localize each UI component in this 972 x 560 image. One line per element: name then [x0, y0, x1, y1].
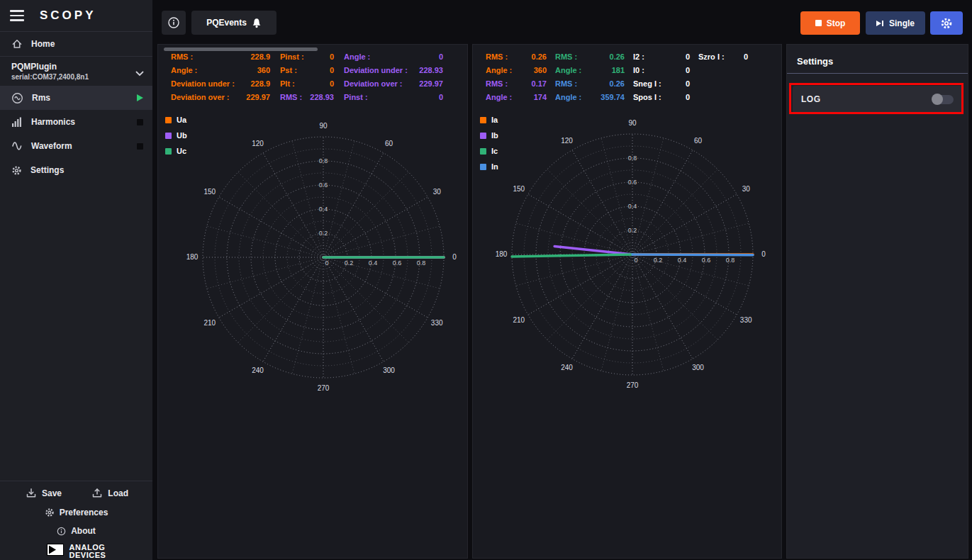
current-polar-plot-area: 030609012015018021024027030033000.20.20.…: [473, 116, 781, 437]
svg-text:0.4: 0.4: [628, 203, 637, 210]
stat-angle: Angle :0: [344, 50, 443, 64]
single-icon: [876, 20, 884, 27]
svg-text:0.8: 0.8: [417, 259, 426, 267]
sidebar-item-home[interactable]: Home: [0, 32, 152, 56]
plugin-name: PQMPlugin: [11, 62, 141, 72]
info-button[interactable]: [162, 11, 186, 35]
stat-rms: RMS :0.26: [486, 50, 547, 64]
preferences-button[interactable]: Preferences: [45, 508, 108, 517]
stop-icon: [815, 20, 822, 26]
svg-text:0.4: 0.4: [369, 259, 378, 267]
app-logo: SCOPY: [40, 9, 96, 23]
legend-label: Ua: [177, 116, 186, 124]
voltage-legend: UaUbUc: [165, 116, 187, 155]
stat-deviation-over: Deviation over :229.97: [171, 91, 270, 104]
menu-icon[interactable]: [10, 10, 24, 21]
stat-angle: Angle :174: [486, 91, 547, 104]
stat-angle: Angle :359.74: [555, 91, 625, 104]
gear-icon: [45, 508, 55, 517]
svg-text:60: 60: [694, 137, 703, 145]
stop-button[interactable]: Stop: [800, 11, 860, 35]
legend-label: In: [491, 162, 498, 171]
load-icon: [91, 488, 103, 499]
stat-plt: Plt :0: [280, 77, 334, 91]
harmonics-icon: [11, 116, 23, 128]
waveform-run-indicator[interactable]: [137, 143, 143, 150]
stat-szro-i: Szro I :0: [698, 50, 748, 64]
gear-icon: [940, 17, 953, 30]
current-phasor-panel: RMS :0.26Angle :360RMS :0.17Angle :174RM…: [472, 44, 782, 559]
single-button[interactable]: Single: [866, 11, 925, 35]
stop-label: Stop: [827, 18, 846, 28]
stats-column: Angle :0Deviation under :228.93Deviation…: [344, 50, 443, 104]
svg-text:330: 330: [431, 319, 443, 327]
legend-item-in[interactable]: In: [480, 162, 498, 171]
sidebar-item-rms[interactable]: Rms: [0, 86, 152, 110]
svg-text:270: 270: [318, 384, 330, 392]
save-label: Save: [42, 488, 62, 498]
svg-text:0.2: 0.2: [319, 230, 328, 237]
legend-item-ic[interactable]: Ic: [480, 147, 498, 155]
legend-swatch: [480, 117, 486, 123]
current-stats: RMS :0.26Angle :360RMS :0.17Angle :174RM…: [486, 50, 748, 104]
log-toggle[interactable]: [932, 95, 954, 104]
svg-text:0.4: 0.4: [678, 257, 687, 264]
svg-text:90: 90: [628, 119, 637, 127]
sidebar-item-harmonics[interactable]: Harmonics: [0, 110, 152, 134]
stats-column: RMS :228.9Angle :360Deviation under :228…: [171, 50, 270, 104]
svg-text:60: 60: [385, 140, 393, 147]
load-button[interactable]: Load: [91, 488, 128, 499]
legend-swatch: [480, 148, 486, 155]
sidebar-plugin-header[interactable]: PQMPlugin serial:COM37,2400,8n1: [0, 57, 152, 86]
legend-label: Ic: [491, 147, 498, 155]
legend-item-ub[interactable]: Ub: [165, 131, 187, 140]
save-button[interactable]: Save: [26, 488, 62, 499]
svg-text:240: 240: [561, 364, 573, 371]
harmonics-run-indicator[interactable]: [137, 119, 143, 125]
svg-text:0: 0: [761, 250, 766, 258]
bell-icon: [252, 18, 262, 28]
legend-item-ua[interactable]: Ua: [165, 116, 187, 124]
stat-pst: Pst :0: [280, 64, 334, 77]
svg-text:150: 150: [513, 185, 525, 193]
svg-text:300: 300: [692, 364, 704, 371]
svg-text:0: 0: [452, 253, 457, 261]
svg-text:240: 240: [252, 366, 264, 374]
settings-label: Settings: [30, 165, 64, 175]
svg-text:0.2: 0.2: [345, 259, 354, 267]
svg-text:30: 30: [742, 185, 751, 193]
about-button[interactable]: About: [57, 526, 96, 536]
svg-text:180: 180: [496, 250, 508, 258]
rms-run-indicator[interactable]: [137, 94, 143, 101]
settings-gear-button[interactable]: [930, 11, 963, 35]
legend-label: Ub: [177, 131, 187, 140]
svg-text:0: 0: [634, 257, 637, 264]
svg-text:330: 330: [740, 316, 752, 324]
chevron-down-icon[interactable]: [135, 67, 144, 79]
legend-item-uc[interactable]: Uc: [165, 147, 187, 155]
info-icon: [57, 527, 66, 536]
sidebar-footer: Save Load Preferences About: [0, 481, 152, 559]
analog-devices-logo: ANALOG DEVICES: [0, 544, 152, 559]
voltage-phasors-plot[interactable]: 030609012015018021024027030033000.20.20.…: [158, 116, 467, 435]
stat-sneg-i: Sneg I :0: [633, 77, 690, 91]
save-icon: [26, 488, 37, 499]
legend-item-ib[interactable]: Ib: [480, 131, 498, 140]
stat-spos-i: Spos I :0: [633, 91, 690, 104]
sidebar-item-settings[interactable]: Settings: [0, 158, 152, 182]
svg-text:0.6: 0.6: [628, 179, 637, 186]
waveform-label: Waveform: [31, 141, 72, 151]
stats-column: Pinst :0Pst :0Plt :0RMS :228.93: [280, 50, 334, 104]
stat-rms: RMS :0.17: [486, 77, 547, 91]
svg-text:0.8: 0.8: [726, 257, 735, 264]
sidebar-item-waveform[interactable]: Waveform: [0, 134, 152, 158]
legend-swatch: [480, 164, 486, 170]
home-icon: [11, 38, 23, 50]
phasor-Ib: [554, 246, 632, 254]
current-phasors-plot[interactable]: 030609012015018021024027030033000.20.20.…: [473, 116, 781, 435]
legend-swatch: [165, 148, 172, 155]
svg-text:0.4: 0.4: [319, 206, 328, 213]
legend-item-ia[interactable]: Ia: [480, 116, 498, 124]
svg-text:0.8: 0.8: [319, 157, 328, 164]
pqevents-button[interactable]: PQEvents: [191, 11, 276, 35]
